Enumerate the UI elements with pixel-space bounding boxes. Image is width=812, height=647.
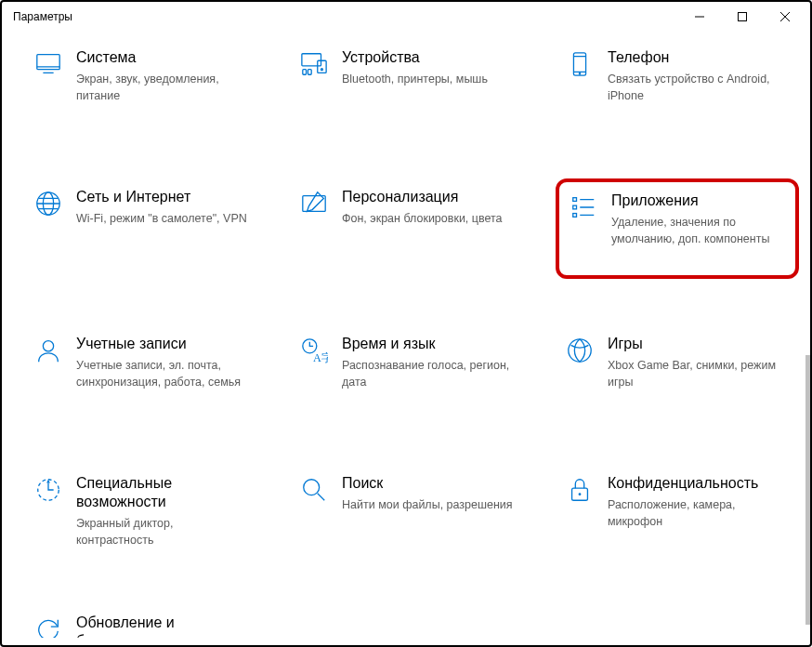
- tile-system[interactable]: Система Экран, звук, уведомления, питани…: [24, 39, 268, 132]
- system-icon: [28, 48, 69, 78]
- svg-point-4: [321, 69, 323, 71]
- maximize-button[interactable]: [721, 2, 764, 32]
- tile-search[interactable]: Поиск Найти мои файлы, разрешения: [290, 465, 533, 558]
- apps-icon: [563, 191, 604, 221]
- settings-window: Параметры Система: [0, 0, 812, 647]
- time-language-icon: A字: [294, 335, 334, 364]
- svg-point-8: [579, 73, 580, 74]
- tile-title: Обновление и безопасность: [76, 614, 256, 638]
- svg-point-20: [304, 480, 320, 495]
- window-title: Параметры: [13, 10, 678, 23]
- tile-title: Игры: [608, 335, 788, 353]
- close-button[interactable]: [764, 2, 806, 32]
- tile-update-security[interactable]: Обновление и безопасность Обновления Win…: [24, 604, 268, 638]
- devices-icon: [294, 48, 334, 78]
- search-icon: [294, 474, 334, 504]
- tile-desc: Найти мои файлы, разрешения: [342, 496, 518, 513]
- svg-rect-3: [318, 60, 326, 73]
- svg-point-18: [569, 339, 591, 362]
- tile-title: Поиск: [342, 474, 522, 493]
- svg-rect-14: [573, 214, 577, 218]
- tile-desc: Связать устройство с Android, iPhone: [608, 71, 784, 104]
- tile-title: Сеть и Интернет: [76, 188, 256, 206]
- tile-title: Учетные записи: [76, 335, 256, 353]
- network-icon: [28, 188, 69, 218]
- tile-title: Телефон: [608, 48, 788, 67]
- tile-title: Приложения: [611, 191, 784, 210]
- tile-desc: Учетные записи, эл. почта, синхронизация…: [76, 357, 253, 390]
- tile-time-language[interactable]: A字 Время и язык Распознавание голоса, ре…: [290, 325, 533, 418]
- tile-desc: Экранный диктор, контрастность: [76, 515, 253, 548]
- tile-desc: Фон, экран блокировки, цвета: [342, 210, 518, 227]
- svg-rect-0: [739, 13, 747, 21]
- accounts-icon: [28, 335, 69, 364]
- tile-desc: Xbox Game Bar, снимки, режим игры: [608, 357, 784, 390]
- tile-gaming[interactable]: Игры Xbox Game Bar, снимки, режим игры: [556, 325, 799, 418]
- svg-rect-6: [308, 70, 311, 75]
- tile-personalization[interactable]: Персонализация Фон, экран блокировки, цв…: [290, 178, 533, 279]
- svg-rect-12: [573, 198, 577, 202]
- tile-desc: Расположение, камера, микрофон: [608, 496, 784, 530]
- close-icon: [780, 12, 790, 21]
- tile-network[interactable]: Сеть и Интернет Wi-Fi, режим "в самолете…: [24, 178, 268, 279]
- tile-title: Время и язык: [342, 335, 522, 353]
- tile-title: Конфиденциальность: [608, 474, 788, 493]
- svg-text:A字: A字: [313, 351, 328, 364]
- tile-title: Персонализация: [342, 188, 522, 206]
- tile-phone[interactable]: Телефон Связать устройство с Android, iP…: [556, 39, 799, 132]
- tile-title: Система: [76, 48, 256, 67]
- svg-point-15: [43, 341, 53, 351]
- svg-rect-5: [303, 70, 307, 75]
- tile-privacy[interactable]: Конфиденциальность Расположение, камера,…: [556, 465, 799, 558]
- tile-title: Устройства: [342, 48, 522, 67]
- minimize-button[interactable]: [678, 2, 721, 32]
- tile-devices[interactable]: Устройства Bluetooth, принтеры, мышь: [290, 39, 533, 132]
- personalization-icon: [294, 188, 334, 218]
- tile-desc: Экран, звук, уведомления, питание: [76, 71, 253, 104]
- tile-desc: Bluetooth, принтеры, мышь: [342, 71, 518, 87]
- tile-accounts[interactable]: Учетные записи Учетные записи, эл. почта…: [24, 325, 268, 418]
- tile-apps[interactable]: Приложения Удаление, значения по умолчан…: [556, 178, 799, 279]
- privacy-icon: [559, 474, 600, 504]
- tile-desc: Распознавание голоса, регион, дата: [342, 357, 518, 390]
- phone-icon: [559, 48, 600, 78]
- maximize-icon: [738, 12, 747, 21]
- ease-icon: [28, 474, 69, 504]
- scrollbar[interactable]: [805, 355, 810, 625]
- content-area: Система Экран, звук, уведомления, питани…: [24, 39, 799, 638]
- tile-ease-of-access[interactable]: Специальные возможности Экранный диктор,…: [24, 465, 268, 558]
- tile-desc: Удаление, значения по умолчанию, доп. ко…: [611, 214, 784, 247]
- tile-desc: Wi-Fi, режим "в самолете", VPN: [76, 210, 253, 227]
- titlebar: Параметры: [2, 2, 810, 32]
- tile-title: Специальные возможности: [76, 474, 256, 511]
- svg-rect-13: [573, 205, 577, 209]
- update-icon: [28, 614, 69, 638]
- minimize-icon: [695, 12, 704, 21]
- gaming-icon: [559, 335, 600, 364]
- categories-grid: Система Экран, звук, уведомления, питани…: [24, 39, 799, 638]
- svg-point-22: [579, 493, 582, 495]
